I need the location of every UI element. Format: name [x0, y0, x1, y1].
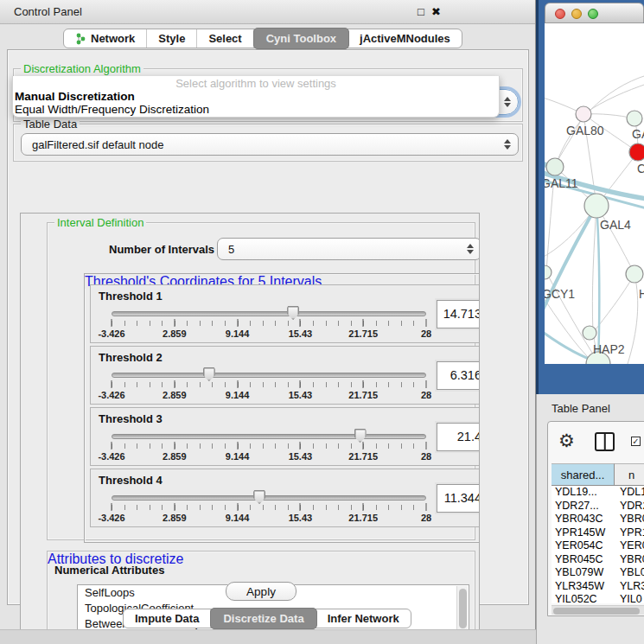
table-row[interactable]: YBR045CYBR0 — [552, 553, 644, 567]
slider-track[interactable] — [112, 495, 426, 501]
threshold-box: Threshold 4 -3.4262.8599.14415.4321.7152… — [90, 469, 480, 527]
table-data-combobox[interactable]: galFiltered.sif default node — [21, 133, 519, 156]
tab-jactivemnodules[interactable]: jActiveMNodules — [348, 29, 462, 48]
table-horizontal-scrollbar[interactable] — [552, 605, 644, 615]
node-hap2[interactable] — [583, 326, 596, 340]
tick-label: 21.715 — [348, 328, 378, 339]
slider-handle[interactable] — [354, 429, 367, 443]
zoom-traffic-light-icon[interactable] — [588, 9, 598, 19]
column-layout-icon[interactable] — [595, 432, 615, 451]
float-window-icon[interactable]: □ — [418, 5, 424, 19]
table-row[interactable]: YLR345WYLR3 — [552, 580, 644, 594]
major-tick — [174, 442, 175, 450]
major-tick — [237, 442, 238, 450]
scrollbar-thumb[interactable] — [553, 608, 640, 615]
table-row[interactable]: YBL079WYBL0 — [552, 566, 644, 580]
table-row[interactable]: YIL052CYIL0 — [552, 593, 644, 603]
attributes-vertical-scrollbar[interactable] — [456, 586, 468, 630]
tab-impute-data[interactable]: Impute Data — [124, 609, 211, 628]
slider-track[interactable] — [112, 373, 426, 378]
tick-label: 21.715 — [348, 451, 378, 462]
top-tab-bar: Network Style Select Cyni Toolbox jActiv… — [63, 29, 462, 48]
table-row[interactable]: YPR145WYPR1 — [552, 526, 644, 540]
slider-track[interactable] — [112, 434, 426, 439]
node-gal11[interactable] — [546, 158, 564, 175]
slider-handle[interactable] — [287, 306, 299, 320]
bottom-tab-bar: Impute Data Discretize Data Infer Networ… — [123, 609, 411, 628]
cell-name[interactable]: YLR3 — [615, 580, 644, 594]
network-canvas[interactable]: GAL80 GA C GAL11 GAL4 GCY1 H HAP2 — [545, 23, 644, 364]
gear-icon[interactable]: ⚙ — [558, 430, 575, 451]
scrollbar-thumb[interactable] — [459, 589, 467, 628]
node-gal80[interactable] — [576, 106, 591, 122]
cell-shared-name[interactable]: YPR145W — [552, 526, 615, 540]
cell-name[interactable]: YBR0 — [615, 553, 644, 567]
node-label-gal4: GAL4 — [600, 218, 631, 232]
table-row[interactable]: YBR043CYBR0 — [552, 513, 644, 526]
dropdown-option-manual[interactable]: Manual Discretization — [15, 90, 495, 104]
table-row[interactable]: YDR27...YDR2 — [552, 500, 644, 513]
cell-name[interactable]: YPR1 — [615, 526, 644, 540]
cell-name[interactable]: YBR0 — [615, 513, 644, 526]
column-header-shared[interactable]: shared... — [552, 463, 615, 486]
cell-shared-name[interactable]: YIL052C — [552, 593, 615, 603]
table-row[interactable]: YDL19...YDL1 — [552, 486, 644, 500]
tab-cyni-toolbox[interactable]: Cyni Toolbox — [253, 28, 349, 49]
checkbox-icon[interactable]: ✓ — [631, 437, 641, 446]
tab-style[interactable]: Style — [147, 29, 197, 48]
cell-name[interactable]: YDL1 — [615, 486, 644, 500]
cell-shared-name[interactable]: YBR043C — [552, 513, 615, 526]
tab-network[interactable]: Network — [64, 29, 147, 48]
cell-shared-name[interactable]: YDR27... — [552, 500, 615, 513]
cell-shared-name[interactable]: YBR045C — [552, 553, 615, 567]
tab-select[interactable]: Select — [197, 29, 253, 48]
node-gcy1[interactable] — [545, 265, 552, 279]
cell-name[interactable]: YDR2 — [615, 500, 644, 513]
cell-shared-name[interactable]: YBL079W — [552, 566, 615, 580]
threshold-slider[interactable]: -3.4262.8599.14415.4321.71528 — [112, 370, 426, 403]
table-row[interactable]: YER054CYER0 — [552, 539, 644, 553]
node-cut-right[interactable] — [626, 265, 643, 283]
network-nodes[interactable] — [545, 106, 644, 364]
node-red-selected[interactable] — [629, 143, 644, 161]
node-gal4[interactable] — [584, 194, 609, 218]
apply-button[interactable]: Apply — [226, 582, 296, 601]
tab-discretize-data[interactable]: Discretize Data — [210, 608, 316, 629]
major-tick — [363, 442, 364, 450]
column-header-name[interactable]: n — [615, 463, 644, 486]
minimize-traffic-light-icon[interactable] — [571, 9, 582, 19]
slider-handle[interactable] — [203, 367, 215, 381]
cell-name[interactable]: YIL0 — [615, 593, 644, 603]
threshold-value-field[interactable]: 11.344 — [437, 484, 480, 513]
threshold-value-field[interactable]: 21.4 — [437, 423, 480, 451]
cell-name[interactable]: YBL0 — [615, 566, 644, 580]
window-title: Control Panel — [14, 5, 82, 18]
node-cut-top-right[interactable] — [627, 111, 642, 126]
dropdown-option-equal-width[interactable]: Equal Width/Frequency Discretization — [15, 103, 495, 117]
threshold-box: Threshold 1 -3.4262.8599.14415.4321.7152… — [90, 284, 480, 343]
tab-infer-network[interactable]: Infer Network — [316, 609, 411, 628]
close-traffic-light-icon[interactable] — [555, 9, 565, 19]
cell-shared-name[interactable]: YDL19... — [552, 486, 615, 500]
slider-track[interactable] — [112, 311, 426, 316]
tick-label: 28 — [421, 513, 431, 523]
slider-handle[interactable] — [253, 490, 265, 504]
threshold-value-field[interactable]: 14.713 — [437, 300, 480, 328]
tick-label: 2.859 — [163, 513, 187, 523]
number-of-intervals-spinner[interactable]: 5 — [217, 238, 480, 260]
threshold-value-field[interactable]: 6.316 — [437, 361, 480, 390]
threshold-slider[interactable]: -3.4262.8599.14415.4321.71528 — [112, 431, 426, 464]
major-tick — [300, 319, 301, 327]
threshold-slider[interactable]: -3.4262.8599.14415.4321.71528 — [112, 309, 426, 341]
cell-shared-name[interactable]: YER054C — [552, 539, 615, 553]
cell-shared-name[interactable]: YLR345W — [552, 580, 615, 594]
tick-label: 9.144 — [226, 328, 250, 339]
table-rows[interactable]: YDL19...YDL1YDR27...YDR2YBR043CYBR0YPR14… — [552, 486, 644, 603]
table-data-group-title: Table Data — [21, 118, 80, 131]
close-window-icon[interactable]: ✖ — [431, 5, 441, 19]
cell-name[interactable]: YER0 — [615, 539, 644, 553]
threshold-slider[interactable]: -3.4262.8599.14415.4321.71528 — [112, 493, 426, 526]
number-of-intervals-value: 5 — [228, 243, 234, 256]
settings-scroll-panel[interactable]: Interval Definition Number of Intervals … — [20, 213, 480, 630]
network-icon — [75, 33, 86, 45]
